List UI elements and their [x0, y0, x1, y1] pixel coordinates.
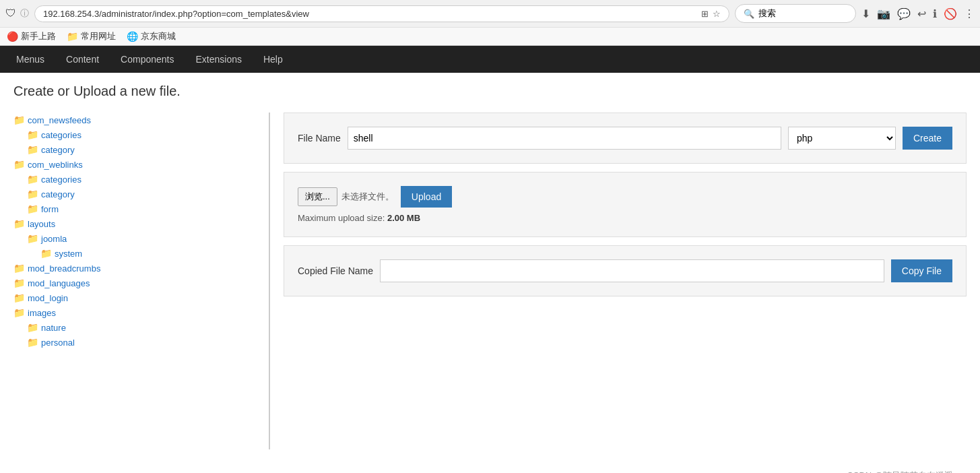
bookmark-jingdong[interactable]: 🌐 京东商城: [127, 30, 176, 42]
folder-icon: 📁: [27, 189, 38, 199]
upload-button[interactable]: Upload: [401, 186, 452, 208]
folder-icon: 📁: [13, 263, 25, 274]
watermark: CSDN @随风随梦自在逍遥: [13, 463, 967, 473]
bookmark-label-2: 常用网址: [81, 30, 116, 42]
tree-item-label: category: [41, 189, 75, 199]
folder-icon: 📁: [27, 129, 38, 140]
tree-item-label: system: [55, 249, 82, 259]
tree-item[interactable]: 📁layouts: [13, 216, 262, 231]
tree-item[interactable]: 📁mod_login: [13, 290, 262, 305]
search-bar[interactable]: 🔍 搜索: [735, 4, 856, 23]
screenshot-icon[interactable]: 📷: [877, 7, 890, 20]
folder-icon: 📁: [27, 203, 38, 214]
upload-max-size: Maximum upload size: 2.00 MB: [298, 213, 952, 223]
download-icon[interactable]: ⬇: [861, 7, 870, 20]
bookmarks-bar: 🔴 新手上路 📁 常用网址 🌐 京东商城: [0, 27, 980, 45]
browse-button[interactable]: 浏览...: [298, 187, 337, 206]
tree-item-label: com_weblinks: [28, 160, 83, 170]
tree-item-label: joomla: [41, 234, 67, 244]
copy-file-button[interactable]: Copy File: [891, 259, 952, 282]
tree-item-label: layouts: [28, 219, 55, 229]
folder-icon: 📁: [27, 174, 38, 185]
tree-item-label: mod_breadcrumbs: [28, 263, 100, 274]
upload-file-section: 浏览... 未选择文件。 Upload Maximum upload size:…: [284, 172, 967, 237]
tree-item-label: mod_login: [28, 293, 68, 303]
folder-icon: 📁: [40, 248, 52, 259]
profile-icon[interactable]: ℹ: [933, 7, 937, 20]
tree-item-label: form: [41, 204, 59, 214]
tree-item-label: personal: [41, 338, 75, 348]
upload-row: 浏览... 未选择文件。 Upload: [298, 186, 952, 208]
folder-icon: 📁: [13, 278, 25, 288]
shield-icon: 🛡: [5, 7, 16, 20]
tree-panel: 📁com_newsfeeds📁categories📁category📁com_w…: [13, 113, 269, 449]
tree-item-label: category: [41, 145, 75, 155]
copy-file-row: Copied File Name Copy File: [298, 259, 952, 282]
bookmark-icon-2: 📁: [67, 31, 78, 42]
tree-item[interactable]: 📁form: [27, 201, 262, 216]
file-input-display: 浏览... 未选择文件。: [298, 187, 394, 206]
search-icon: 🔍: [744, 9, 754, 19]
tree-item-label: categories: [41, 130, 81, 140]
folder-icon: 📁: [13, 115, 25, 125]
block-icon[interactable]: 🚫: [944, 7, 957, 20]
extension-select[interactable]: phphtmlcssjsxmltxt: [788, 127, 896, 150]
browser-icons-left: 🛡 ⓘ: [5, 7, 29, 20]
tree-item[interactable]: 📁joomla: [27, 231, 262, 246]
address-bar[interactable]: 192.168.254.3/administrator/index.php?op…: [34, 5, 729, 22]
copy-file-input[interactable]: [380, 259, 884, 282]
tree-item[interactable]: 📁nature: [27, 320, 262, 335]
bookmark-xinshoushanlu[interactable]: 🔴 新手上路: [7, 30, 56, 42]
folder-icon: 📁: [27, 144, 38, 155]
no-file-text: 未选择文件。: [341, 191, 394, 203]
tree-item[interactable]: 📁categories: [27, 172, 262, 187]
folder-icon: 📁: [27, 322, 38, 333]
star-icon[interactable]: ☆: [713, 9, 721, 19]
folder-icon: 📁: [27, 337, 38, 348]
chat-icon[interactable]: 💬: [897, 7, 911, 20]
tree-item[interactable]: 📁com_weblinks: [13, 157, 262, 172]
tree-item[interactable]: 📁images: [13, 305, 262, 320]
folder-icon: 📁: [13, 307, 25, 318]
grid-icon: ⊞: [701, 9, 709, 19]
tree-item-label: images: [28, 308, 56, 318]
nav-content[interactable]: Content: [57, 47, 108, 71]
create-button[interactable]: Create: [903, 127, 952, 150]
nav-extensions[interactable]: Extensions: [186, 47, 251, 71]
browser-chrome: 🛡 ⓘ 192.168.254.3/administrator/index.ph…: [0, 0, 980, 46]
max-size-value: 2.00 MB: [387, 213, 420, 223]
nav-components[interactable]: Components: [111, 47, 183, 71]
bookmark-label-3: 京东商城: [141, 30, 176, 42]
right-panel: File Name phphtmlcssjsxmltxt Create 浏览..…: [270, 113, 967, 449]
file-name-input[interactable]: [348, 127, 781, 150]
tree-item-label: nature: [41, 323, 66, 333]
tree-item[interactable]: 📁categories: [27, 127, 262, 142]
menu-icon[interactable]: ⋮: [964, 7, 975, 20]
tree-item[interactable]: 📁system: [40, 246, 262, 261]
create-file-section: File Name phphtmlcssjsxmltxt Create: [284, 113, 967, 164]
tree-item[interactable]: 📁category: [27, 187, 262, 201]
tree-item[interactable]: 📁mod_breadcrumbs: [13, 261, 262, 276]
back-icon[interactable]: ↩: [917, 7, 926, 20]
main-layout: 📁com_newsfeeds📁categories📁category📁com_w…: [13, 113, 967, 449]
tree-item[interactable]: 📁com_newsfeeds: [13, 113, 262, 127]
copy-file-section: Copied File Name Copy File: [284, 245, 967, 296]
search-label: 搜索: [758, 7, 776, 20]
folder-icon: 📁: [13, 218, 25, 229]
bookmark-label-1: 新手上路: [21, 30, 56, 42]
nav-help[interactable]: Help: [254, 47, 292, 71]
nav-menus[interactable]: Menus: [7, 47, 54, 71]
nav-bar: Menus Content Components Extensions Help: [0, 46, 980, 73]
copy-file-label: Copied File Name: [298, 265, 373, 276]
folder-icon: 📁: [13, 159, 25, 170]
tree-item[interactable]: 📁category: [27, 142, 262, 157]
tree-item[interactable]: 📁personal: [27, 335, 262, 350]
info-icon: ⓘ: [20, 7, 29, 20]
page-title: Create or Upload a new file.: [13, 84, 967, 99]
max-size-text: Maximum upload size:: [298, 213, 385, 223]
tree-item-label: categories: [41, 175, 81, 185]
tree-item-label: mod_languages: [28, 278, 90, 288]
page-content: Create or Upload a new file. 📁com_newsfe…: [0, 73, 980, 473]
tree-item[interactable]: 📁mod_languages: [13, 276, 262, 290]
bookmark-changyongwangzhi[interactable]: 📁 常用网址: [67, 30, 116, 42]
